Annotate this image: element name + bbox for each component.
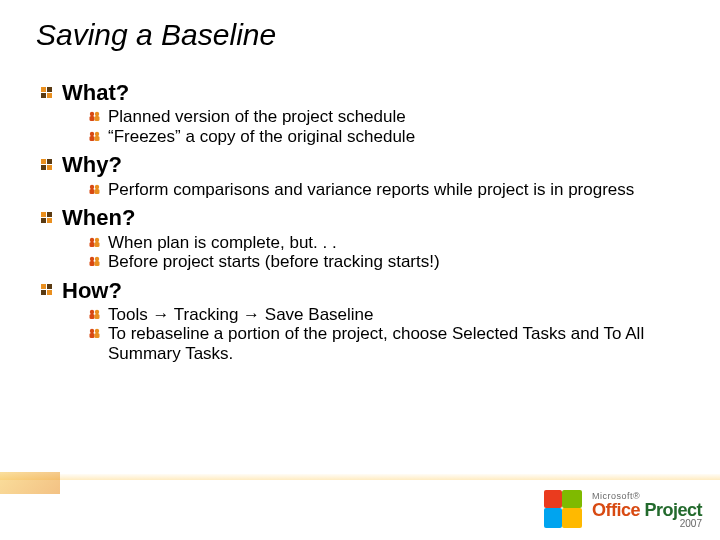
- section-heading-row: Why?: [40, 152, 680, 177]
- people-icon: [88, 236, 101, 249]
- bullet-icon: [40, 211, 54, 225]
- svg-rect-2: [41, 93, 46, 98]
- list-item-text: Before project starts (before tracking s…: [108, 252, 440, 272]
- footer-accent: [0, 472, 60, 494]
- svg-rect-35: [47, 290, 52, 295]
- section-heading: What?: [62, 80, 129, 105]
- svg-point-28: [90, 257, 94, 261]
- brand-year: 2007: [592, 519, 702, 529]
- svg-point-36: [90, 310, 94, 314]
- svg-rect-9: [90, 136, 95, 141]
- slide: Saving a Baseline What? Planned version …: [0, 0, 720, 540]
- svg-rect-29: [90, 261, 95, 266]
- svg-rect-37: [90, 314, 95, 319]
- svg-rect-43: [95, 333, 100, 338]
- section-why: Why? Perform comparisons and variance re…: [40, 152, 680, 199]
- sub-list: Planned version of the project schedule …: [88, 107, 680, 146]
- footer-band: [0, 474, 720, 480]
- section-heading-row: How?: [40, 278, 680, 303]
- list-item: To rebaseline a portion of the project, …: [88, 324, 680, 363]
- svg-point-6: [95, 112, 99, 116]
- svg-rect-7: [95, 116, 100, 121]
- list-item: Planned version of the project schedule: [88, 107, 680, 127]
- svg-rect-20: [41, 212, 46, 217]
- svg-point-30: [95, 257, 99, 261]
- svg-rect-15: [47, 165, 52, 170]
- people-icon: [88, 255, 101, 268]
- svg-rect-14: [41, 165, 46, 170]
- brand-text: Microsoft® Office Project 2007: [592, 492, 702, 529]
- svg-rect-5: [90, 116, 95, 121]
- svg-point-24: [90, 237, 94, 241]
- bullet-icon: [40, 283, 54, 297]
- svg-point-16: [90, 184, 94, 188]
- svg-point-38: [95, 310, 99, 314]
- section-how: How? Tools → Tracking → Save Baseline To…: [40, 278, 680, 364]
- section-when: When? When plan is complete, but. . . Be…: [40, 205, 680, 271]
- svg-point-42: [95, 329, 99, 333]
- list-item: Before project starts (before tracking s…: [88, 252, 680, 272]
- svg-rect-21: [47, 212, 52, 217]
- section-heading-row: When?: [40, 205, 680, 230]
- svg-rect-41: [90, 333, 95, 338]
- svg-rect-32: [41, 284, 46, 289]
- list-item-text: Tools → Tracking → Save Baseline: [108, 305, 374, 325]
- list-item-text: Planned version of the project schedule: [108, 107, 406, 127]
- svg-rect-31: [95, 261, 100, 266]
- people-icon: [88, 327, 101, 340]
- svg-rect-12: [41, 159, 46, 164]
- svg-rect-1: [47, 87, 52, 92]
- brand-main: Office Project: [592, 501, 702, 519]
- people-icon: [88, 183, 101, 196]
- bullet-icon: [40, 158, 54, 172]
- svg-point-26: [95, 237, 99, 241]
- list-item-text: To rebaseline a portion of the project, …: [108, 324, 680, 363]
- svg-rect-3: [47, 93, 52, 98]
- svg-rect-27: [95, 242, 100, 247]
- section-heading: How?: [62, 278, 122, 303]
- svg-rect-25: [90, 242, 95, 247]
- svg-point-40: [90, 329, 94, 333]
- list-item: Tools → Tracking → Save Baseline: [88, 305, 680, 325]
- svg-rect-0: [41, 87, 46, 92]
- svg-rect-11: [95, 136, 100, 141]
- list-item-text: When plan is complete, but. . .: [108, 233, 337, 253]
- office-logo-icon: [544, 490, 584, 530]
- sub-list: Tools → Tracking → Save Baseline To reba…: [88, 305, 680, 364]
- svg-point-18: [95, 184, 99, 188]
- sub-list: Perform comparisons and variance reports…: [88, 180, 680, 200]
- list-item: “Freezes” a copy of the original schedul…: [88, 127, 680, 147]
- people-icon: [88, 110, 101, 123]
- section-what: What? Planned version of the project sch…: [40, 80, 680, 146]
- bullet-icon: [40, 86, 54, 100]
- svg-rect-13: [47, 159, 52, 164]
- svg-rect-23: [47, 218, 52, 223]
- slide-title: Saving a Baseline: [36, 18, 276, 52]
- svg-rect-19: [95, 189, 100, 194]
- svg-point-10: [95, 132, 99, 136]
- list-item-text: Perform comparisons and variance reports…: [108, 180, 634, 200]
- section-heading: Why?: [62, 152, 122, 177]
- list-item: Perform comparisons and variance reports…: [88, 180, 680, 200]
- svg-rect-17: [90, 189, 95, 194]
- people-icon: [88, 308, 101, 321]
- sub-list: When plan is complete, but. . . Before p…: [88, 233, 680, 272]
- svg-rect-22: [41, 218, 46, 223]
- svg-rect-33: [47, 284, 52, 289]
- svg-rect-34: [41, 290, 46, 295]
- section-heading: When?: [62, 205, 135, 230]
- slide-content: What? Planned version of the project sch…: [40, 80, 680, 370]
- svg-point-8: [90, 132, 94, 136]
- brand-logo: Microsoft® Office Project 2007: [544, 490, 702, 530]
- svg-rect-39: [95, 314, 100, 319]
- list-item: When plan is complete, but. . .: [88, 233, 680, 253]
- list-item-text: “Freezes” a copy of the original schedul…: [108, 127, 415, 147]
- people-icon: [88, 130, 101, 143]
- svg-point-4: [90, 112, 94, 116]
- section-heading-row: What?: [40, 80, 680, 105]
